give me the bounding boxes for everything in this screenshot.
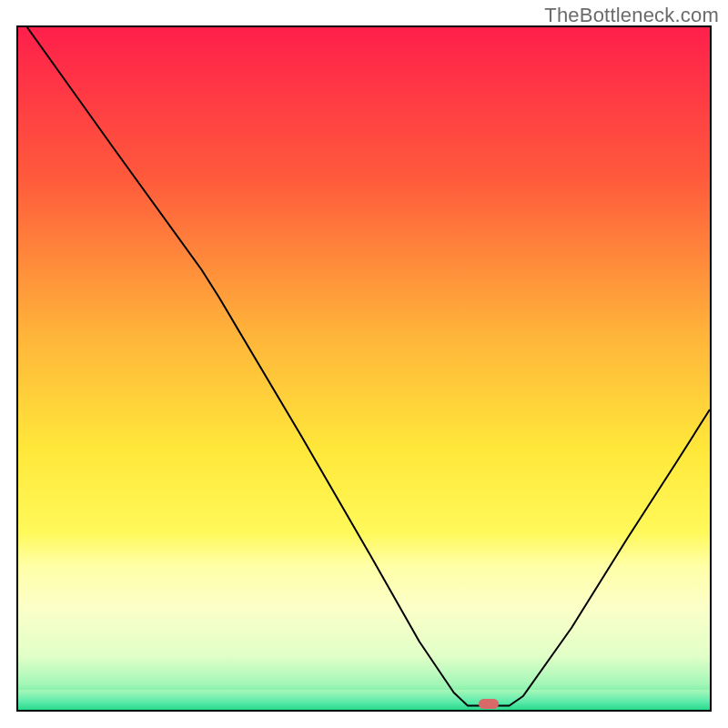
curve-line — [18, 27, 710, 710]
plot-area — [16, 25, 712, 712]
bottleneck-marker-icon — [479, 699, 499, 709]
chart-container: TheBottleneck.com — [0, 0, 728, 728]
watermark-text: TheBottleneck.com — [544, 4, 719, 27]
